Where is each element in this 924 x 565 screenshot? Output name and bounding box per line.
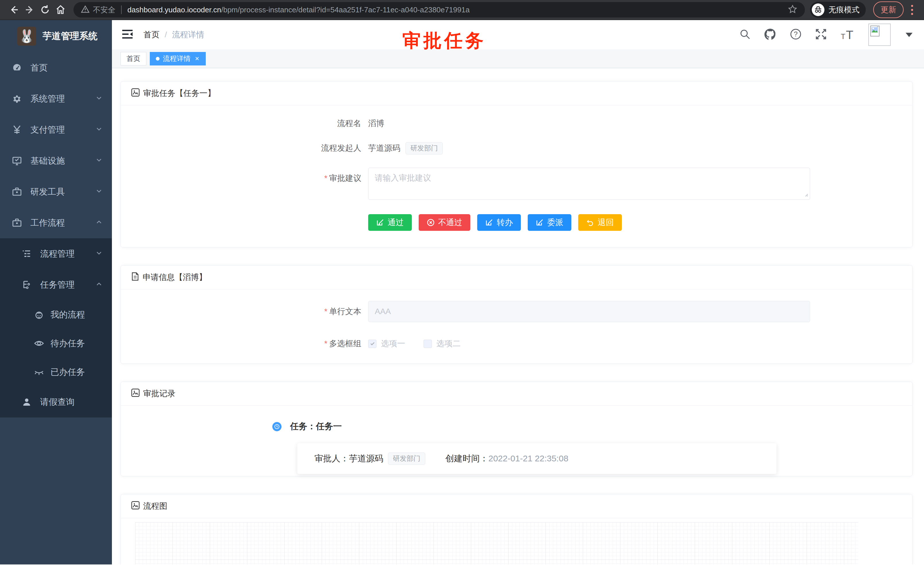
browser-forward-button[interactable] [22,2,37,18]
dept-tag: 研发部门 [405,142,443,155]
svg-text:T: T [841,32,845,40]
card-header: 申请信息【滔博】 [121,266,912,289]
action-buttons-row: 通过 不通过 转办 委 [121,214,912,231]
incognito-icon [812,3,824,16]
omnibox-divider [121,6,122,14]
sidebar-item-label: 系统管理 [30,93,65,105]
card-header: 流程图 [121,494,912,518]
browser-home-button[interactable] [53,2,68,18]
checkbox-label: 选项一 [381,338,405,349]
approver-label: 审批人： [315,453,349,464]
github-icon[interactable] [764,28,777,41]
sidebar-collapse-icon[interactable] [122,29,133,40]
card-header: 审批任务【任务一】 [121,81,912,105]
delegate-button[interactable]: 委派 [528,214,572,231]
eye-closed-icon [34,367,44,377]
gear-icon [12,93,22,104]
sidebar-item-done-tasks[interactable]: 已办任务 [0,358,112,386]
transfer-button[interactable]: 转办 [477,214,521,231]
initiator-row: 流程发起人 芋道源码 研发部门 [121,142,912,155]
browser-reload-button[interactable] [37,2,53,18]
sidebar-item-system[interactable]: 系统管理 [0,83,112,114]
created-time-value: 2022-01-21 22:35:08 [488,454,568,463]
tab-home[interactable]: 首页 [120,52,146,65]
breadcrumb: 首页 / 流程详情 [144,29,204,40]
chevron-down-icon [96,157,102,163]
reject-button[interactable]: 不通过 [418,214,470,231]
breadcrumb-home[interactable]: 首页 [144,29,159,40]
sidebar-item-label: 请假查询 [40,396,75,408]
search-icon[interactable] [739,29,751,41]
fullscreen-icon[interactable] [815,28,827,41]
card-title: 审批记录 [143,388,176,399]
face-icon [34,310,44,320]
security-label[interactable]: 不安全 [93,5,116,15]
toolbox-icon [12,218,22,228]
undo-icon [586,218,594,227]
incognito-label: 无痕模式 [828,5,860,15]
checkbox-option-1[interactable]: 选项一 [368,338,405,349]
sidebar-item-todo-tasks[interactable]: 待办任务 [0,329,112,358]
sidebar-item-leave-query[interactable]: 请假查询 [0,386,112,418]
active-tab-dot [156,57,159,60]
sidebar-item-infrastructure[interactable]: 基础设施 [0,145,112,176]
edit-icon [376,218,384,227]
clock-icon [272,422,282,431]
eye-icon [34,338,44,349]
url-bar[interactable]: 不安全 dashboard.yudao.iocoder.cn /bpm/proc… [74,2,805,18]
sidebar-item-home[interactable]: 首页 [0,52,112,83]
sidebar-item-my-process[interactable]: 我的流程 [0,300,112,329]
chevron-down-icon [96,126,102,132]
list-icon [21,249,32,259]
process-name-row: 流程名 滔博 [121,118,912,129]
return-button[interactable]: 退回 [578,214,622,231]
font-size-icon[interactable]: TT [840,28,855,41]
process-name-label: 流程名 [121,118,368,129]
tree-icon [21,279,32,290]
incognito-badge: 无痕模式 [810,2,866,18]
sidebar-item-process-management[interactable]: 流程管理 [0,238,112,269]
bpmn-canvas[interactable] [135,522,858,564]
document-icon [131,272,139,283]
checkbox-group-row: *多选框组 选项一 选项二 [121,338,912,349]
user-menu-caret-icon[interactable] [906,33,912,37]
sidebar-item-dev-tools[interactable]: 研发工具 [0,176,112,207]
yen-icon [12,125,22,135]
suggestion-textarea[interactable] [368,168,810,200]
avatar[interactable] [868,24,891,46]
approve-button[interactable]: 通过 [368,214,412,231]
card-title: 审批任务【任务一】 [143,88,216,99]
flow-diagram-card: 流程图 [120,494,912,564]
required-mark: * [324,307,327,316]
checkbox-option-2[interactable]: 选项二 [423,338,460,349]
help-icon[interactable]: ? [790,28,802,41]
sidebar-item-label: 首页 [30,62,48,74]
sidebar-item-task-management[interactable]: 任务管理 [0,269,112,300]
chevron-down-icon [96,95,102,101]
approval-record-item: 审批人： 芋道源码 研发部门 创建时间： 2022-01-21 22:35:08 [297,443,777,474]
circle-x-icon [427,218,435,227]
page-content: 审批任务【任务一】 流程名 滔博 流程发起人 芋道源码 研发部门 [112,68,924,564]
created-time-label: 创建时间： [446,453,488,464]
card-header: 审批记录 [121,382,912,406]
url-host: dashboard.yudao.iocoder.cn [128,6,221,14]
single-line-text-input[interactable] [368,301,810,322]
picture-icon [131,88,140,99]
browser-menu-icon[interactable] [911,5,913,15]
sidebar-item-workflow[interactable]: 工作流程 [0,207,112,238]
dept-tag: 研发部门 [388,452,425,465]
app-header: 首页 / 流程详情 ? TT [112,20,924,50]
browser-back-button[interactable] [6,2,22,18]
sidebar-item-payment[interactable]: 支付管理 [0,114,112,145]
bookmark-star-icon[interactable] [788,4,798,15]
checkbox-group-label: 多选框组 [329,339,361,348]
user-icon [21,397,32,407]
tab-process-detail[interactable]: 流程详情 [150,52,206,65]
browser-update-button[interactable]: 更新 [873,2,904,18]
required-mark: * [324,339,327,348]
app-logo-row: 🐰 芋道管理系统 [0,20,112,52]
resize-grip-icon[interactable] [804,192,808,198]
picture-icon [131,501,140,512]
not-secure-warning-icon [81,5,90,14]
close-icon[interactable] [195,56,200,61]
